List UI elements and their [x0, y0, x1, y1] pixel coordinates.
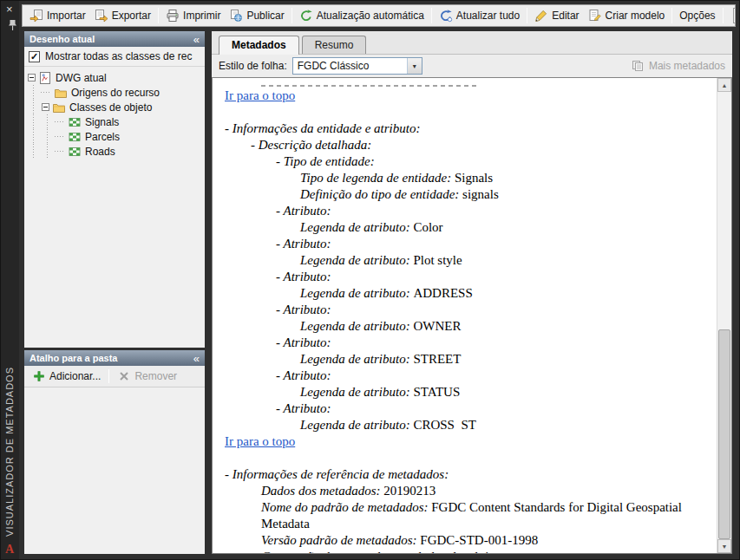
tree-item-dwg-atual[interactable]: DWG atual [24, 70, 205, 85]
metadata-line: Legenda de atributo: ADDRESS [225, 285, 711, 302]
metadata-label: Legenda de atributo: [300, 253, 413, 267]
tree-item-origens-do-recurso[interactable]: Origens do recurso [24, 85, 205, 100]
metadata-label: - Informações de referência de metadados… [225, 467, 449, 481]
toolbar-button-label: Importar [47, 10, 86, 22]
metadata-value: signals [462, 187, 499, 201]
remove-folder-button[interactable]: Remover [113, 368, 181, 385]
toolbar-button-label: Atualizar tudo [456, 10, 520, 22]
tree-item-parcels[interactable]: Parcels [24, 129, 205, 144]
toolbar-button-editar[interactable]: Editar [530, 6, 583, 25]
tree-guide-line [27, 100, 41, 114]
metadata-line: - Atributo: [225, 335, 711, 351]
show-all-classes-checkbox[interactable]: ✓ [29, 51, 40, 62]
show-all-classes-row[interactable]: ✓ Mostrar todas as classes de rec [24, 47, 205, 67]
toolbar-button-label: Exportar [112, 10, 151, 22]
panel-title: Atalho para a pasta [29, 353, 117, 363]
print-icon [166, 9, 180, 23]
metadata-value: ADDRESS [413, 286, 472, 300]
toolbar-button-criar-modelo[interactable]: Criar modelo [584, 6, 670, 25]
metadata-label: Nome do padrão de metadados: [261, 500, 431, 514]
more-metadata-button[interactable]: Mais metadados [631, 59, 725, 73]
shortcut-toolbar: Adicionar... Remover [24, 366, 205, 387]
metadata-label: Versão padrão de metadados: [261, 533, 420, 547]
go-to-top-link[interactable]: Ir para o topo [225, 88, 295, 102]
toolbar-button-importar[interactable]: Importar [25, 6, 90, 25]
toolbar-button-exportar[interactable]: Exportar [90, 6, 155, 25]
tree-item-label: Classes de objeto [69, 101, 152, 114]
tree-connector-line [41, 85, 54, 100]
remove-icon [117, 369, 131, 383]
collapse-chevron-icon[interactable]: « [193, 353, 200, 364]
sheet-style-select[interactable]: FGDC Clássico ▾ [292, 57, 422, 75]
tree-item-label: Parcels [85, 131, 120, 143]
palette-title: VISUALIZADOR DE METADADOS [4, 367, 15, 537]
more-metadata-label: Mais metadados [649, 60, 725, 72]
metadata-line: Convenção de tempo de metadados: local t… [225, 549, 711, 553]
scroll-down-button[interactable]: ▼ [717, 539, 731, 553]
metadata-label: - Atributo: [276, 303, 331, 316]
tree-connector-line [55, 129, 68, 144]
metadata-label: Dados dos metadados: [261, 484, 383, 498]
toolbar-button-label: Publicar [246, 10, 284, 22]
tree-guide-line [41, 114, 55, 129]
toolbar-button-publicar[interactable]: Publicar [225, 6, 288, 25]
metadata-label: Convenção de tempo de metadados: [261, 550, 453, 553]
create-template-icon [588, 9, 602, 23]
metadata-line: Versão padrão de metadados: FGDC-STD-001… [225, 532, 711, 549]
tree-item-label: Roads [85, 146, 115, 158]
sheet-style-label: Estilo de folha: [219, 60, 287, 72]
metadata-content: Ir para o topo- Informações da entidade … [213, 78, 717, 553]
tree-item-signals[interactable]: Signals [24, 114, 205, 129]
metadata-value: CROSS ST [413, 418, 476, 432]
metadata-value: FGDC-STD-001-1998 [420, 533, 538, 547]
metadata-label: Legenda de atributo: [300, 319, 413, 333]
toolbar-separator [158, 8, 159, 23]
toolbar-button-atualizacao-automatica[interactable]: Atualização automática [295, 6, 429, 25]
tree-guide-line [27, 114, 41, 129]
pin-icon[interactable] [5, 18, 19, 32]
metadata-label: - Atributo: [276, 401, 331, 415]
add-icon [32, 369, 46, 383]
toolbar-separator [723, 8, 724, 23]
metadata-line: Ir para o topo [225, 88, 711, 104]
scroll-thumb[interactable] [718, 329, 730, 538]
tree-item-roads[interactable]: Roads [24, 144, 205, 159]
tab-resumo[interactable]: Resumo [302, 36, 367, 54]
collapse-chevron-icon[interactable]: « [193, 34, 200, 45]
toolbar-button-atualizar-tudo[interactable]: Atualizar tudo [435, 6, 524, 25]
chevron-down-icon[interactable]: ▾ [407, 58, 422, 74]
add-folder-label: Adicionar... [49, 370, 101, 382]
metadata-label: Legenda de atributo: [300, 352, 413, 366]
metadata-viewer-window: × VISUALIZADOR DE METADADOS A ImportarEx… [0, 0, 740, 560]
close-icon[interactable]: × [6, 3, 13, 16]
toolbar-button-imprimir[interactable]: Imprimir [161, 6, 225, 25]
import-icon [29, 9, 43, 23]
shortcut-list-area [24, 387, 205, 554]
scroll-up-button[interactable]: ▲ [717, 78, 731, 92]
dwg-icon [38, 71, 52, 85]
tab-metadados[interactable]: Metadados [219, 36, 299, 55]
tree-expander-minus[interactable] [28, 74, 36, 81]
toolbar-button-ajuda[interactable]: ? [733, 8, 736, 23]
metadata-line: Tipo de legenda de entidade: Signals [225, 170, 711, 186]
tree-expander-minus[interactable] [42, 103, 49, 111]
tree-guide-line [27, 129, 41, 144]
go-to-top-link[interactable]: Ir para o topo [225, 434, 295, 448]
panel-header-current-drawing[interactable]: Desenho atual « [24, 31, 205, 47]
metadata-content-area: Ir para o topo- Informações da entidade … [212, 77, 732, 554]
metadata-line: Legenda de atributo: STREET [225, 351, 711, 368]
toolbar-button-label: Opções [679, 10, 715, 22]
toolbar-button-opcoes[interactable]: Opções [675, 7, 719, 24]
metadata-line: Legenda de atributo: Color [225, 219, 711, 236]
metadata-label: - Atributo: [276, 204, 331, 218]
toolbar-separator [527, 8, 527, 23]
tree-item-classes-de-objeto[interactable]: Classes de objeto [24, 100, 205, 114]
tree-guide-line [27, 144, 41, 159]
panel-header-folder-shortcut[interactable]: Atalho para a pasta « [24, 350, 205, 366]
toolbar-separator [671, 8, 672, 23]
tree-guide-line [27, 85, 41, 100]
metadata-line: - Atributo: [225, 236, 711, 252]
add-folder-button[interactable]: Adicionar... [28, 368, 105, 385]
vertical-scrollbar[interactable]: ▲ ▼ [717, 78, 731, 553]
toolbar-button-label: Imprimir [183, 10, 220, 22]
